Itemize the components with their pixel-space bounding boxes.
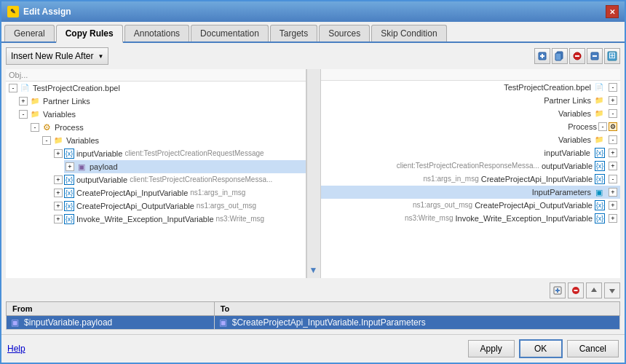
close-button[interactable]: ✕ [606,5,619,18]
to-icon: ▣ [219,317,227,328]
input-var-label: inputVariable [76,148,122,159]
right-panel-header [321,69,621,81]
expand-proc-vars[interactable]: - [42,136,51,145]
move-up-button[interactable] [586,282,602,298]
output-var-r-label: outputVariable [542,160,593,172]
toolbar-icon-5[interactable]: ⊞ [604,48,620,64]
tree-node-variables[interactable]: - 📁 Variables [17,108,306,121]
expand-payload[interactable]: + [66,162,74,171]
expand-input-var-r[interactable]: + [609,149,617,157]
expand-create-api-in[interactable]: + [54,189,63,197]
expand-create-api-out[interactable]: + [54,202,63,210]
tree-node-partner-links[interactable]: + 📁 Partner Links [17,95,306,108]
expand-create-api-in-r[interactable]: - [609,175,617,183]
tab-documentation[interactable]: Documentation [191,25,269,41]
expand-invoke-write[interactable]: + [54,215,63,223]
var-icon: {x} [64,149,74,159]
input-var-r-label: inputVariable [544,147,590,159]
left-tree-panel: Obj... - 📄 TestProjectCreation.bpel + 📁 … [6,69,306,278]
add-mapping-button[interactable] [550,282,566,298]
tree-node-process[interactable]: - ⚙ Process [29,121,306,134]
tree-node-output-var[interactable]: + {x} outputVariable client:TestProjectC… [52,173,306,186]
expand-process-r[interactable]: - [598,122,607,131]
partner-r-label: Partner Links [544,95,591,106]
folder-r-icon: 📁 [593,95,605,106]
invoke-write-r-extra: ns3:Write_msg [405,213,453,224]
invoke-write-r-label: Invoke_Write_Exception_InputVariable [455,213,593,224]
var-icon-5: {x} [64,214,74,224]
move-down-button[interactable] [604,282,620,298]
expand-variables[interactable]: - [19,110,28,119]
folder-icon: 📁 [29,95,41,107]
panel-divider: ▼ [306,69,321,278]
var-r-icon-5: {x} [595,213,605,223]
tab-copy-rules[interactable]: Copy Rules [56,25,123,43]
col-to: To [214,302,619,316]
expand-bpel[interactable]: - [9,84,17,92]
mapping-to-cell: ▣ $CreateProjectApi_InputVariable.InputP… [214,316,619,330]
bpel-r-icon: 📄 [593,82,605,93]
process-r-icon: ⚙ [609,122,617,131]
expand-partner[interactable]: + [19,97,28,106]
insert-rule-button[interactable]: Insert New Rule After ▼ [6,47,108,65]
tab-targets[interactable]: Targets [270,25,317,41]
expand-output-var[interactable]: + [54,175,63,184]
tree-node-partner-r[interactable]: Partner Links 📁 + [321,94,621,107]
tree-node-output-var-r[interactable]: client:TestProjectCreationResponseMessa.… [321,159,621,173]
svg-rect-4 [555,53,561,60]
folder-icon-3: 📁 [52,135,64,146]
action-icons [6,282,620,298]
tree-node-create-api-in-r[interactable]: ns1:args_in_msg CreateProjectApi_InputVa… [321,173,621,186]
tree-node-input-var-r[interactable]: inputVariable {x} + [321,146,621,159]
expand-input-params[interactable]: + [609,188,617,197]
tree-node-create-api-in[interactable]: + {x} CreateProjectApi_InputVariable ns1… [52,186,306,199]
tree-node-create-api-out-r[interactable]: ns1:args_out_msg CreateProjectApi_Output… [321,199,621,212]
create-api-out-r-extra: ns1:args_out_msg [413,199,472,211]
expand-output-var-r[interactable]: + [609,162,617,170]
tab-general[interactable]: General [4,25,55,41]
tree-node-variables-r[interactable]: Variables 📁 - [321,107,621,120]
toolbar-icon-1[interactable] [534,48,550,64]
folder-r-icon-2: 📁 [593,108,605,119]
expand-process[interactable]: - [31,123,39,132]
ok-button[interactable]: OK [519,339,563,358]
create-api-out-label: CreateProjectApi_OutputVariable [76,200,194,212]
expand-variables-r[interactable]: - [609,109,617,118]
bpel-r-label: TestProjectCreation.bpel [504,82,591,93]
expand-invoke-write-r[interactable]: + [609,214,617,223]
mapping-row[interactable]: ▣ $inputVariable.payload ▣ $CreateProjec… [7,316,620,330]
expand-input-var[interactable]: + [54,149,63,158]
tree-node-input-var[interactable]: + {x} inputVariable client:TestProjectCr… [52,147,306,160]
tab-sources[interactable]: Sources [319,25,370,41]
tree-node-invoke-write[interactable]: + {x} Invoke_Write_Exception_InputVariab… [52,213,306,226]
tree-node-process-r[interactable]: Process - ⚙ [321,120,621,133]
expand-create-api-out-r[interactable]: + [609,201,617,210]
tree-node-invoke-write-r[interactable]: ns3:Write_msg Invoke_Write_Exception_Inp… [321,212,621,225]
tree-node-bpel-r[interactable]: TestProjectCreation.bpel 📄 - [321,81,621,94]
col-from: From [7,302,215,316]
apply-button[interactable]: Apply [468,340,515,357]
tree-node-payload[interactable]: + ▣ payload [64,160,306,173]
folder-r-icon-3: 📁 [593,134,605,146]
expand-bpel-r[interactable]: - [609,83,617,92]
tree-node-create-api-out[interactable]: + {x} CreateProjectApi_OutputVariable ns… [52,199,306,213]
payload-icon: ▣ [76,161,87,173]
window: ✎ Edit Assign ✕ General Copy Rules Annot… [0,0,626,364]
toolbar-icon-3[interactable] [569,48,585,64]
help-button[interactable]: Help [7,344,25,354]
tree-node-input-params[interactable]: InputParameters ▣ + [321,186,621,199]
tree-node-bpel[interactable]: - 📄 TestProjectCreation.bpel [6,82,306,95]
toolbar-icon-4[interactable] [587,48,603,64]
tree-node-proc-vars[interactable]: - 📁 Variables [41,134,306,147]
from-value: $inputVariable.payload [24,317,112,328]
tree-node-proc-vars-r[interactable]: Variables 📁 - [321,133,621,146]
delete-mapping-button[interactable] [568,282,584,298]
tab-skip-condition[interactable]: Skip Condition [371,25,446,41]
output-var-r-extra: client:TestProjectCreationResponseMessa.… [397,160,539,172]
toolbar-icon-2[interactable] [552,48,568,64]
cancel-button[interactable]: Cancel [567,340,619,357]
expand-proc-vars-r[interactable]: - [609,135,617,144]
expand-partner-r[interactable]: + [609,96,617,105]
tab-annotations[interactable]: Annotations [124,25,189,41]
output-var-extra: client:TestProjectCreationResponseMessa.… [130,174,272,186]
